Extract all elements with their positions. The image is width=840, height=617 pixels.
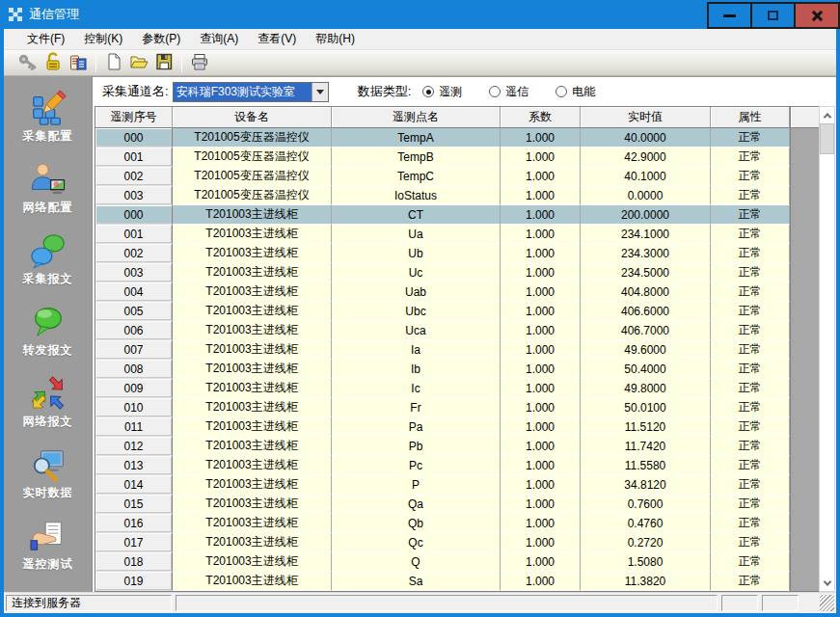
forward-message-icon [30, 304, 67, 340]
menu-item-file[interactable]: 文件(F) [17, 29, 74, 49]
table-row[interactable]: 017T201003主进线柜Qc1.0000.2720正常 [95, 533, 790, 552]
toolbar-config-button[interactable] [66, 51, 91, 74]
table-row[interactable]: 014T201003主进线柜P1.00034.8120正常 [95, 475, 790, 495]
cell-seq: 010 [95, 398, 173, 417]
column-header-5[interactable]: 属性 [711, 107, 790, 128]
cell-attr: 正常 [711, 302, 790, 321]
table-row[interactable]: 003T201005变压器温控仪IoStatus1.0000.0000正常 [95, 186, 790, 205]
maximize-button[interactable] [750, 2, 796, 29]
toolbar-open-file-button[interactable] [126, 51, 151, 74]
table-row[interactable]: 000T201003主进线柜CT1.000200.0000正常 [95, 205, 790, 225]
cell-attr: 正常 [711, 360, 790, 379]
menu-item-control[interactable]: 控制(K) [74, 29, 132, 49]
table-row[interactable]: 009T201003主进线柜Ic1.00049.8000正常 [95, 379, 790, 398]
cell-point: Pb [332, 437, 501, 456]
table-row[interactable]: 016T201003主进线柜Qb1.0000.4760正常 [95, 514, 790, 533]
sidebar-item-realtime-data[interactable]: 实时数据 [7, 446, 90, 500]
scroll-track[interactable] [820, 154, 834, 575]
cell-coef: 1.000 [501, 167, 581, 186]
sidebar-item-collect-config[interactable]: 采集配置 [7, 90, 90, 144]
radio-energy[interactable]: 电能 [555, 84, 595, 100]
cell-device: T201005变压器温控仪 [173, 186, 332, 205]
column-header-4[interactable]: 实时值 [581, 107, 711, 128]
sidebar-item-label: 采集配置 [23, 128, 73, 145]
sidebar-item-collect-message[interactable]: 采集报文 [7, 232, 90, 286]
combo-dropdown-button[interactable] [312, 83, 328, 101]
cell-coef: 1.000 [501, 552, 581, 572]
menu-item-help[interactable]: 帮助(H) [306, 29, 365, 49]
cell-seq: 003 [95, 186, 173, 205]
toolbar-new-file-button[interactable] [101, 51, 126, 74]
menu-item-query[interactable]: 查询(A) [190, 29, 248, 49]
cell-device: T201003主进线柜 [173, 321, 332, 340]
close-button[interactable] [794, 2, 840, 29]
sidebar-item-remote-test[interactable]: 遥控测试 [7, 518, 90, 572]
scroll-up-button[interactable] [820, 107, 834, 123]
table-row[interactable]: 000T201005变压器温控仪TempA1.00040.0000正常 [95, 128, 790, 148]
cell-coef: 1.000 [501, 572, 581, 591]
table-row[interactable]: 001T201003主进线柜Ua1.000234.1000正常 [95, 225, 790, 244]
cell-value: 234.5000 [581, 263, 711, 282]
cell-device: T201005变压器温控仪 [173, 128, 332, 148]
table-row[interactable]: 003T201003主进线柜Uc1.000234.5000正常 [95, 263, 790, 282]
radio-telemetry[interactable]: 遥测 [422, 84, 462, 100]
status-panel-2 [721, 595, 758, 611]
vertical-scrollbar[interactable] [819, 106, 835, 592]
column-header-1[interactable]: 设备名 [173, 107, 332, 128]
menu-item-view[interactable]: 查看(V) [248, 29, 306, 49]
cell-point: Ib [332, 360, 501, 379]
column-header-3[interactable]: 系数 [501, 107, 581, 128]
cell-device: T201003主进线柜 [173, 263, 332, 282]
table-row[interactable]: 001T201005变压器温控仪TempB1.00042.9000正常 [95, 148, 790, 167]
radio-telesignal[interactable]: 遥信 [489, 84, 528, 100]
minimize-button[interactable] [707, 2, 752, 29]
table-row[interactable]: 005T201003主进线柜Ubc1.000406.6000正常 [95, 302, 790, 321]
toolbar [4, 50, 836, 76]
cell-attr: 正常 [711, 148, 790, 167]
table-row[interactable]: 011T201003主进线柜Pa1.00011.5120正常 [95, 417, 790, 437]
cell-coef: 1.000 [501, 514, 581, 533]
table-row[interactable]: 004T201003主进线柜Uab1.000404.8000正常 [95, 282, 790, 302]
sidebar-item-network-config[interactable]: 网络配置 [7, 161, 90, 215]
cell-value: 11.3820 [581, 572, 711, 591]
table-row[interactable]: 010T201003主进线柜Fr1.00050.0100正常 [95, 398, 790, 417]
table-row[interactable]: 002T201003主进线柜Ub1.000234.3000正常 [95, 244, 790, 263]
table-row[interactable]: 013T201003主进线柜Pc1.00011.5580正常 [95, 456, 790, 475]
realtime-data-icon [30, 446, 67, 483]
new-file-icon [103, 51, 124, 75]
table-row[interactable]: 019T201003主进线柜Sa1.00011.3820正常 [95, 572, 790, 591]
toolbar-key-button[interactable] [15, 51, 41, 74]
scroll-down-button[interactable] [820, 575, 834, 591]
cell-point: P [332, 475, 501, 495]
cell-device: T201003主进线柜 [173, 360, 332, 379]
toolbar-print-button[interactable] [187, 51, 212, 74]
cell-coef: 1.000 [501, 263, 581, 282]
app-window: 通信管理 文件(F)控制(K)参数(P)查询(A)查看(V)帮助(H) 采集配置… [0, 0, 840, 617]
table-row[interactable]: 012T201003主进线柜Pb1.00011.7420正常 [95, 437, 790, 456]
table-row[interactable]: 015T201003主进线柜Qa1.0000.7600正常 [95, 495, 790, 514]
table-row[interactable]: 018T201003主进线柜Q1.0001.5080正常 [95, 552, 790, 572]
table-row[interactable]: 006T201003主进线柜Uca1.000406.7000正常 [95, 321, 790, 340]
cell-seq: 012 [95, 437, 173, 456]
table-row[interactable]: 007T201003主进线柜Ia1.00049.6000正常 [95, 340, 790, 360]
table-row[interactable]: 008T201003主进线柜Ib1.00050.4000正常 [95, 360, 790, 379]
cell-attr: 正常 [711, 263, 790, 282]
resize-grip[interactable] [820, 595, 834, 611]
cell-coef: 1.000 [501, 437, 581, 456]
cell-point: Qa [332, 495, 501, 514]
column-header-0[interactable]: 遥测序号 [95, 107, 173, 128]
scroll-thumb[interactable] [820, 123, 834, 154]
sidebar-item-network-message[interactable]: 网络报文 [7, 375, 90, 429]
chevron-down-icon [823, 577, 830, 585]
collect-config-icon [30, 90, 67, 126]
cell-point: Q [332, 552, 501, 572]
table-row[interactable]: 002T201005变压器温控仪TempC1.00040.1000正常 [95, 167, 790, 186]
menu-item-params[interactable]: 参数(P) [132, 29, 190, 49]
sidebar-item-forward-message[interactable]: 转发报文 [7, 304, 90, 358]
cell-point: Pa [332, 417, 501, 437]
toolbar-save-button[interactable] [151, 51, 176, 74]
channel-combobox[interactable]: 安科瑞F303测试实验室 [173, 82, 329, 102]
column-header-2[interactable]: 遥测点名 [332, 107, 501, 128]
toolbar-lock-button[interactable] [41, 51, 66, 74]
cell-attr: 正常 [711, 437, 790, 456]
